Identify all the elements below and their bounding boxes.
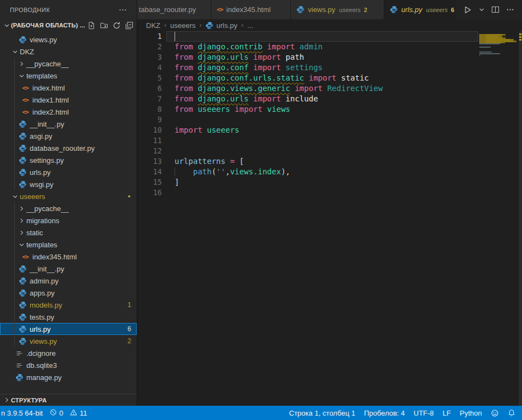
feedback-button[interactable]	[491, 409, 499, 417]
tree-item-index345-html[interactable]: <>index345.html	[0, 251, 137, 263]
code-line-15[interactable]: 15]	[137, 177, 522, 188]
code-line-14[interactable]: 14 path('',views.index),	[137, 167, 522, 177]
python-interpreter-status[interactable]: n 3.9.5 64-bit	[1, 409, 43, 417]
tree-item-views-py[interactable]: views.py	[0, 33, 137, 46]
workspace-section-header[interactable]: (РАБОЧАЯ ОБЛАСТЬ) ...	[0, 19, 137, 31]
code-line-4[interactable]: 4from django.conf import settings	[137, 63, 522, 73]
run-dropdown-button[interactable]	[479, 7, 485, 13]
minimap-line	[479, 55, 480, 56]
code-line-13[interactable]: 13urlpatterns = [	[137, 156, 522, 167]
tree-indent-guide	[14, 202, 15, 347]
tree-item-manage-py[interactable]: manage.py	[0, 371, 137, 383]
python-icon	[18, 289, 27, 297]
outline-section-header[interactable]: СТРУКТУРА	[0, 394, 137, 406]
code-line-11[interactable]: 11	[137, 135, 522, 146]
encoding[interactable]: UTF-8	[414, 409, 434, 417]
breadcrumb-item-urls-py[interactable]: urls.py	[216, 21, 237, 30]
code-line-5[interactable]: 5from django.conf.urls.static import sta…	[137, 73, 522, 83]
run-python-file-button[interactable]	[463, 5, 472, 14]
tree-item-init-py[interactable]: __init__.py	[0, 263, 137, 275]
breadcrumb-item-dkz[interactable]: DKZ	[146, 21, 160, 30]
new-file-button[interactable]	[87, 21, 96, 30]
tree-item-views-py[interactable]: views.py2	[0, 335, 137, 347]
problems-status[interactable]: 0 11	[49, 408, 87, 418]
tab-tabase-roouter-py[interactable]: tabase_roouter.py	[137, 0, 211, 19]
tree-item-label: tests.py	[30, 313, 54, 321]
line-content: from django.urls import include	[166, 94, 478, 104]
overview-ruler[interactable]	[518, 31, 522, 406]
tree-item-db-sqlite3[interactable]: db.sqlite3	[0, 359, 137, 371]
more-editor-actions-button[interactable]	[506, 5, 514, 14]
code-line-16[interactable]: 16	[137, 188, 522, 198]
tree-item-migrations[interactable]: migrations	[0, 214, 137, 226]
tab-index345-html[interactable]: <>index345.html	[211, 0, 291, 19]
tree-item-index2-html[interactable]: <>index2.html	[0, 106, 137, 118]
minimap[interactable]	[479, 31, 518, 406]
code-line-1[interactable]: 1	[137, 31, 522, 42]
code-line-2[interactable]: 2from django.contrib import admin	[137, 42, 522, 52]
tree-item-templates[interactable]: templates	[0, 239, 137, 251]
tree-item-index1-html[interactable]: <>index1.html	[0, 94, 137, 106]
tree-item-label: apps.py	[30, 289, 55, 297]
tree-item-index-html[interactable]: <>index.html	[0, 82, 137, 94]
line-number: 7	[137, 94, 162, 104]
code-line-9[interactable]: 9	[137, 115, 522, 125]
tree-item-admin-py[interactable]: admin.py	[0, 275, 137, 287]
collapse-folders-button[interactable]	[125, 21, 133, 30]
tree-item-dcignore[interactable]: .dcignore	[0, 347, 137, 359]
line-content: from django.urls import path	[166, 52, 478, 63]
tree-item-database-roouter-py[interactable]: database_roouter.py	[0, 142, 137, 154]
breadcrumb-item-useeers[interactable]: useeers	[170, 21, 195, 30]
tree-item-label: views.py	[30, 337, 57, 345]
tree-item-init-py[interactable]: __init__.py	[0, 118, 137, 130]
tree-item-templates[interactable]: templates	[0, 70, 137, 82]
split-editor-button[interactable]	[491, 5, 499, 14]
python-icon	[18, 265, 27, 273]
new-folder-button[interactable]	[100, 21, 108, 30]
tree-item-dkz[interactable]: DKZ	[0, 46, 137, 58]
refresh-explorer-button[interactable]	[113, 21, 121, 30]
tree-item-pycache[interactable]: __pycache__	[0, 58, 137, 70]
tree-item-label: settings.py	[30, 156, 64, 164]
tab-label: views.py	[308, 5, 335, 14]
tree-item-label: templates	[26, 241, 57, 249]
code-line-6[interactable]: 6from django.views.generic import Redire…	[137, 83, 522, 94]
tree-item-useeers[interactable]: useeers●	[0, 190, 137, 202]
views-and-more-actions-button[interactable]: ⋯	[116, 4, 129, 15]
cursor-position[interactable]: Строка 1, столбец 1	[289, 409, 356, 417]
line-number: 9	[137, 115, 162, 125]
tree-item-urls-py[interactable]: urls.py	[0, 166, 137, 178]
code-line-8[interactable]: 8from useeers import views	[137, 104, 522, 115]
tab-urls-py[interactable]: urls.pyuseeers6×	[384, 0, 465, 19]
tree-item-settings-py[interactable]: settings.py	[0, 154, 137, 166]
html-icon: <>	[21, 97, 30, 104]
editor-group: tabase_roouter.py<>index345.htmlviews.py…	[137, 0, 522, 406]
chevron-right-icon	[18, 218, 25, 224]
breadcrumb-item-[interactable]: ...	[248, 21, 254, 30]
warning-count: 11	[80, 409, 87, 417]
tree-item-models-py[interactable]: models.py1	[0, 299, 137, 311]
tree-item-asgi-py[interactable]: asgi.py	[0, 130, 137, 142]
tree-item-apps-py[interactable]: apps.py	[0, 287, 137, 299]
language-mode[interactable]: Python	[460, 409, 482, 417]
code-line-10[interactable]: 10import useeers	[137, 125, 522, 135]
tab-label: index345.html	[226, 5, 271, 14]
code-line-7[interactable]: 7from django.urls import include	[137, 94, 522, 104]
html-icon: <>	[21, 253, 30, 260]
tab-description: useeers	[339, 7, 361, 13]
line-number: 3	[137, 52, 162, 63]
tree-item-pycache[interactable]: __pycache__	[0, 202, 137, 214]
code-line-3[interactable]: 3from django.urls import path	[137, 52, 522, 63]
html-icon: <>	[217, 6, 223, 13]
tab-views-py[interactable]: views.pyuseeers2	[291, 0, 384, 19]
indentation[interactable]: Пробелов: 4	[364, 409, 405, 417]
breadcrumb[interactable]: DKZ›useeers›urls.py›...	[137, 19, 522, 31]
tree-item-wsgi-py[interactable]: wsgi.py	[0, 178, 137, 190]
tree-item-tests-py[interactable]: tests.py	[0, 311, 137, 323]
code-editor[interactable]: 12from django.contrib import admin3from …	[137, 31, 522, 406]
eol[interactable]: LF	[442, 409, 451, 417]
tree-item-static[interactable]: static	[0, 226, 137, 239]
code-line-12[interactable]: 12	[137, 146, 522, 156]
tree-item-urls-py[interactable]: urls.py6	[0, 323, 137, 335]
notifications-button[interactable]	[508, 409, 515, 417]
